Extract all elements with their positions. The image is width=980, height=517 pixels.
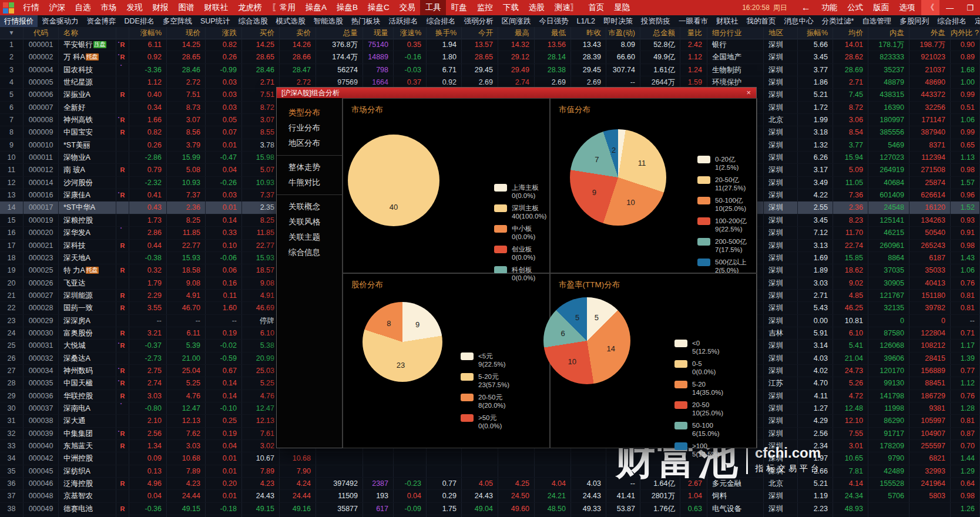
toolbar-item-模式选股[interactable]: 模式选股 [272, 15, 310, 27]
column-header[interactable]: 涨速% [394, 27, 427, 39]
toolbar-item-今日强势[interactable]: 今日强势 [535, 15, 573, 27]
menu-item-公式[interactable]: 公式 [843, 0, 868, 15]
toolbar-item-活跃排名[interactable]: 活跃排名 [385, 15, 422, 27]
toolbar-item-SUP统计[interactable]: SUP统计 [196, 15, 234, 27]
menu-item-盯盘[interactable]: 盯盘 [446, 0, 472, 15]
toolbar-item-行情报价[interactable]: 行情报价 [0, 15, 38, 27]
column-header[interactable]: 代码 [24, 27, 59, 39]
toolbar-item-多股同列[interactable]: 多股同列 [895, 15, 933, 27]
menu-item-图谱[interactable]: 图谱 [173, 0, 199, 15]
toolbar-item-区间涨跌[interactable]: 区间涨跌 [498, 15, 535, 27]
table-row[interactable]: 3000004国农科技·-3.3628.46-0.9928.4628.47562… [0, 64, 980, 76]
column-header[interactable]: 涨幅% [129, 27, 167, 39]
menu-item-下载[interactable]: 下载 [498, 0, 523, 15]
menu-item-功能[interactable]: 功能 [817, 0, 843, 15]
menu-item-监控[interactable]: 监控 [472, 0, 498, 15]
menu-item-选股[interactable]: 选股 [523, 0, 549, 15]
toolbar-item-我的首页[interactable]: 我的首页 [742, 15, 780, 27]
modal-nav-关联主题[interactable]: 关联主题 [277, 230, 342, 245]
menu-item-选项[interactable]: 选项 [894, 0, 920, 15]
toolbar-item-一眼看市[interactable]: 一眼看市 [674, 15, 712, 27]
toolbar-item-L1/L2[interactable]: L1/L2 [573, 15, 599, 27]
column-header[interactable]: 振幅% [798, 27, 833, 39]
column-header[interactable]: 总金额 [640, 27, 680, 39]
toolbar-item-自选管理[interactable]: 自选管理 [858, 15, 895, 27]
column-header[interactable]: 市盈(动) [606, 27, 640, 39]
table-row[interactable]: 34000042中洲控股0.0910.680.0110.6710.68深圳1.9… [0, 452, 980, 465]
toolbar-item-投资防疫[interactable]: 投资防疫 [637, 15, 674, 27]
menu-item-沪深[interactable]: 沪深 [44, 0, 70, 15]
toolbar-item-分类过滤*[interactable]: 分类过滤* [817, 15, 858, 27]
column-header[interactable]: 细分行业 [707, 27, 764, 39]
toolbar-item-财联社[interactable]: 财联社 [712, 15, 743, 27]
modal-nav-地区分布[interactable]: 地区分布 [277, 136, 342, 151]
column-header[interactable]: 总量 [316, 27, 363, 39]
modal-nav-综合信息[interactable]: 综合信息 [277, 245, 342, 260]
column-header[interactable]: 现量 [363, 27, 394, 39]
toolbar-item-即时决策[interactable]: 即时决策 [599, 15, 637, 27]
menu-item-版面[interactable]: 版面 [868, 0, 894, 15]
back-arrow-icon[interactable]: ← [796, 2, 817, 13]
toolbar-item-热门板块[interactable]: 热门板块 [347, 15, 385, 27]
table-row[interactable]: 35000045深纺织A0.137.890.017.897.90深圳2.667.… [0, 465, 980, 478]
menu-item-自选[interactable]: 自选 [70, 0, 96, 15]
column-header[interactable]: 内外比 ? [951, 27, 980, 39]
menu-item-市场[interactable]: 市场 [96, 0, 122, 15]
toolbar-item-消息中心[interactable]: 消息中心 [780, 15, 817, 27]
collapse-button[interactable]: 《 [921, 0, 940, 15]
menu-item-工具[interactable]: 工具 [420, 0, 446, 15]
minimize-icon[interactable]: — [939, 4, 960, 12]
column-header[interactable]: 涨跌 [206, 27, 242, 39]
column-header[interactable]: 最高 [498, 27, 535, 39]
menu-item-财联社[interactable]: 财联社 [199, 0, 233, 15]
toolbar-item-综合排名[interactable]: 综合排名 [933, 15, 971, 27]
column-header[interactable]: 名称 [59, 27, 116, 39]
table-row[interactable]: 37000048京基智农0.0424.440.0124.4324.4411509… [0, 490, 980, 502]
menu-item-龙虎榜[interactable]: 龙虎榜 [233, 0, 267, 15]
column-header[interactable]: 现价 [167, 27, 206, 39]
column-header[interactable]: 外盘 [909, 27, 951, 39]
toolbar-item-综合选股[interactable]: 综合选股 [234, 15, 272, 27]
column-header[interactable]: 换手% [427, 27, 462, 39]
menu-item-测速〗[interactable]: 测速〗 [549, 0, 583, 15]
table-row[interactable]: 1000001平安银行压盘R·6.1114.250.8214.2514.2637… [0, 39, 980, 51]
modal-nav-牛熊对比[interactable]: 牛熊对比 [277, 175, 342, 190]
menu-item-操盘C[interactable]: 操盘C [363, 0, 395, 15]
table-row[interactable]: 2000002万 科A托盘R·0.9228.650.2628.6528.6617… [0, 51, 980, 63]
column-header[interactable] [116, 27, 129, 39]
modal-nav-关联风格[interactable]: 关联风格 [277, 214, 342, 230]
modal-nav-整体走势[interactable]: 整体走势 [277, 160, 342, 175]
column-header[interactable]: 地区 [764, 27, 798, 39]
toolbar-item-强弱分析[interactable]: 强弱分析 [460, 15, 498, 27]
menu-item-财报[interactable]: 财报 [147, 0, 173, 15]
column-header[interactable]: 买价 [242, 27, 280, 39]
column-header[interactable]: 昨收 [571, 27, 606, 39]
menu-item-操盘A[interactable]: 操盘A [301, 0, 332, 15]
menu-item-操盘B[interactable]: 操盘B [332, 0, 363, 15]
table-row[interactable]: 36000046泛海控股R4.964.230.204.234.243974922… [0, 478, 980, 490]
column-header[interactable]: 量比 [680, 27, 707, 39]
toolbar-item-综合排名[interactable]: 综合排名 [422, 15, 460, 27]
toolbar-item-DDE排名[interactable]: DDE排名 [120, 15, 159, 27]
modal-nav-行业分布[interactable]: 行业分布 [277, 120, 342, 136]
column-header[interactable]: 今开 [462, 27, 498, 39]
column-header[interactable]: ▼ [0, 27, 24, 39]
modal-nav-类型分布[interactable]: 类型分布 [277, 105, 342, 120]
column-header[interactable]: 最低 [535, 27, 571, 39]
menu-item-交易[interactable]: 交易 [394, 0, 420, 15]
menu-item-〖常用[interactable]: 〖常用 [267, 0, 301, 15]
toolbar-item-资金驱动力[interactable]: 资金驱动力 [38, 15, 83, 27]
column-header[interactable]: 内盘 [868, 27, 909, 39]
toolbar-item-资金博弈[interactable]: 资金博弈 [83, 15, 120, 27]
toolbar-item-定制版面[interactable]: 定制版面 [971, 15, 980, 27]
column-header[interactable]: 均价 [833, 27, 868, 39]
menu-item-首页[interactable]: 首页 [583, 0, 609, 15]
toolbar-item-多空阵线[interactable]: 多空阵线 [159, 15, 196, 27]
close-icon[interactable]: × [741, 88, 756, 98]
restore-icon[interactable]: ❐ [960, 4, 980, 12]
dialog-title-bar[interactable]: [沪深A股]组合分析 × [277, 88, 756, 98]
menu-item-行情[interactable]: 行情 [18, 0, 44, 15]
menu-item-显隐[interactable]: 显隐 [609, 0, 635, 15]
menu-item-发现[interactable]: 发现 [122, 0, 147, 15]
table-row[interactable]: 38000049德赛电池R-0.3649.15-0.1849.1549.1635… [0, 503, 980, 515]
